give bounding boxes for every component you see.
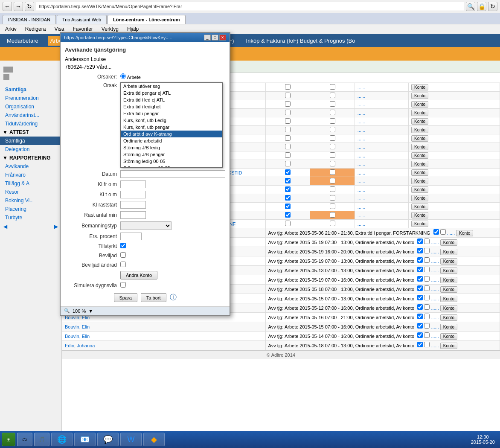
taskbar-ie[interactable]: 🌐 [51, 433, 73, 434]
dropdown-item-4[interactable]: Extra tid i ledighet [121, 103, 222, 110]
raststart-input[interactable] [120, 201, 146, 209]
dropdown-item-11[interactable]: Störning J/B pengar [121, 151, 222, 158]
radio-arbete-label[interactable]: Arbete [120, 73, 141, 80]
spara-button[interactable]: Spara [114, 293, 137, 302]
kl-from-label: Kl fr o m [65, 181, 120, 187]
andra-konto-button[interactable]: Ändra Konto [120, 271, 157, 279]
orsak-control: Arbete utöver ssg Extra tid pengar ej AT… [120, 82, 225, 168]
modal-overlay: https://portalen.tierp.se/?Type=Change&R… [0, 0, 500, 434]
beviljad-row: Beviljad [65, 252, 225, 259]
dropdown-item-12[interactable]: Störning ledig 00-05 [121, 158, 222, 165]
bemanningstyp-select[interactable] [120, 221, 172, 230]
andra-konto-control: Ändra Konto [120, 271, 225, 279]
simulera-control [120, 282, 225, 289]
tillstyrkt-checkbox[interactable] [120, 243, 126, 248]
raststart-control [120, 201, 225, 209]
modal-title: https://portalen.tierp.se/?Type=Change&R… [64, 35, 204, 40]
ers-procent-row: Ers. procent [65, 233, 225, 240]
dropdown-item-8[interactable]: Ord arbtid avv K-strang [121, 131, 222, 137]
beviljad-andrad-label: Beviljad ändrad [65, 262, 120, 268]
simulera-checkbox[interactable] [120, 282, 126, 288]
raststart-label: Kl raststart [65, 202, 120, 208]
datum-label: Datum [65, 171, 120, 177]
orsak-label: Orsak [65, 82, 120, 88]
datum-row: Datum [65, 170, 225, 178]
datum-input[interactable] [120, 170, 225, 178]
ers-procent-control [120, 233, 225, 240]
taskbar-explorer[interactable]: 🗂 [17, 433, 32, 434]
zoom-icon: 🔍 [64, 308, 70, 314]
modal-window: https://portalen.tierp.se/?Type=Change&R… [60, 32, 230, 316]
modal-minimize-button[interactable]: _ [204, 35, 211, 41]
person-name: Andersson Louise [65, 56, 225, 62]
orsaker-row: Orsaker: Arbete [65, 73, 225, 80]
orsak-row: Orsak Arbete utöver ssg Extra tid pengar… [65, 82, 225, 168]
modal-maximize-button[interactable]: □ [212, 35, 218, 41]
ers-procent-input[interactable] [120, 233, 142, 240]
bemanningstyp-label: Bemanningstyp [65, 223, 120, 229]
andra-konto-row: Ändra Konto [65, 271, 225, 279]
dropdown-item-13[interactable]: Störning pengar 00-05 [121, 165, 222, 168]
kl-from-row: Kl fr o m [65, 180, 225, 188]
modal-titlebar: https://portalen.tierp.se/?Type=Change&R… [61, 33, 230, 42]
modal-close-button[interactable]: ✕ [219, 35, 226, 41]
kl-tom-input[interactable] [120, 191, 146, 198]
radio-arbete[interactable] [120, 73, 126, 79]
orsaker-radios: Arbete [120, 73, 225, 80]
kl-tom-label: Kl t o m [65, 192, 120, 198]
kl-tom-control [120, 191, 225, 198]
tillstyrkt-row: Tillstyrkt [65, 243, 225, 250]
ers-procent-label: Ers. procent [65, 233, 120, 239]
taskbar-media[interactable]: 🎵 [34, 433, 49, 434]
kl-from-control [120, 180, 225, 188]
zoom-bar: 🔍 100 % ▼ [61, 306, 230, 315]
simulera-label: Simulera dygnsvila [65, 282, 120, 288]
info-icon[interactable]: ⓘ [170, 293, 177, 302]
dropdown-item-7[interactable]: Kurs, konf, utb pengar [121, 124, 222, 131]
start-button[interactable]: ⊞ [2, 433, 15, 434]
datum-control [120, 170, 225, 178]
tillstyrkt-label: Tillstyrkt [65, 243, 120, 249]
taskbar-orange[interactable]: ◆ [143, 433, 165, 434]
modal-controls: _ □ ✕ [204, 35, 226, 41]
tillstyrkt-control [120, 243, 225, 250]
dropdown-item-10[interactable]: Störning J/B ledig [121, 144, 222, 151]
orsak-dropdown[interactable]: Arbete utöver ssg Extra tid pengar ej AT… [120, 82, 223, 168]
orsaker-label: Orsaker: [65, 74, 120, 80]
simulera-row: Simulera dygnsvila [65, 282, 225, 289]
bemanningstyp-control [120, 221, 225, 230]
dropdown-item-3[interactable]: Extra tid i led ej ATL [121, 96, 222, 103]
rast-antal-input[interactable] [120, 211, 146, 219]
kl-tom-row: Kl t o m [65, 191, 225, 198]
zoom-level: 100 % [73, 308, 86, 314]
kl-from-input[interactable] [120, 180, 146, 188]
dropdown-item-6[interactable]: Kurs, konf, utb Ledig [121, 117, 222, 124]
person-id: 780624-7529 Vård... [65, 64, 225, 70]
beviljad-andrad-row: Beviljad ändrad [65, 262, 225, 268]
bemanningstyp-row: Bemanningstyp [65, 221, 225, 230]
beviljad-label: Beviljad [65, 253, 120, 259]
ta-bort-button[interactable]: Ta bort [141, 293, 166, 302]
beviljad-andrad-checkbox[interactable] [120, 262, 126, 267]
beviljad-control [120, 252, 225, 259]
raststart-row: Kl raststart [65, 201, 225, 209]
taskbar-word[interactable]: W [120, 433, 142, 434]
zoom-chevron-icon[interactable]: ▼ [88, 308, 93, 314]
rast-antal-control [120, 211, 225, 219]
rast-antal-row: Rast antal min [65, 211, 225, 219]
beviljad-checkbox[interactable] [120, 252, 126, 258]
beviljad-andrad-control [120, 262, 225, 268]
taskbar-skype[interactable]: 💬 [97, 433, 119, 434]
dropdown-item-5[interactable]: Extra tid i pengar [121, 110, 222, 117]
modal-body: Avvikande tjänstgöring Andersson Louise … [61, 42, 230, 306]
dropdown-item-9[interactable]: Ordinarie arbetstid [121, 137, 222, 144]
modal-buttons: Spara Ta bort ⓘ [65, 293, 225, 302]
taskbar: ⊞ 🗂 🎵 🌐 📧 💬 W ◆ 12:00 2015-05-20 [0, 431, 500, 434]
rast-antal-label: Rast antal min [65, 212, 120, 218]
dropdown-item-2[interactable]: Extra tid pengar ej ATL [121, 90, 222, 96]
dropdown-item-1[interactable]: Arbete utöver ssg [121, 83, 222, 90]
avvikande-label: Avvikande tjänstgöring [65, 47, 225, 53]
taskbar-outlook[interactable]: 📧 [74, 433, 96, 434]
radio-arbete-text: Arbete [127, 75, 140, 80]
